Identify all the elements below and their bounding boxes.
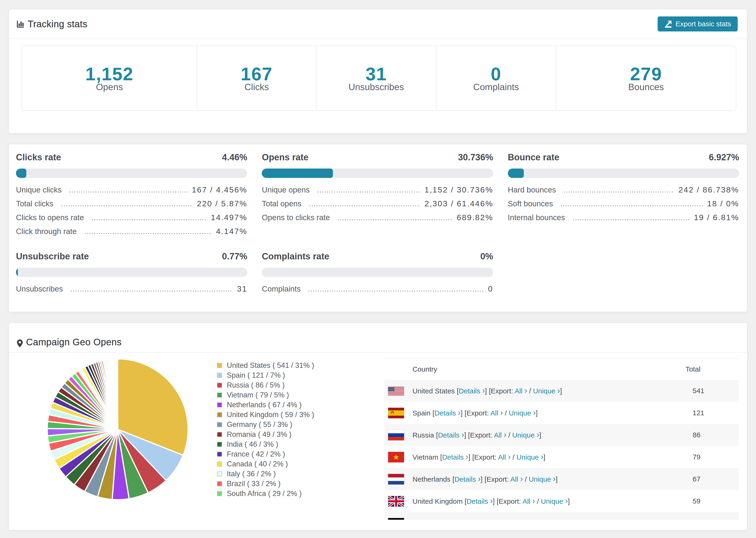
export-all-link[interactable]: All › <box>501 519 514 520</box>
export-unique-link[interactable]: Unique › <box>509 409 536 417</box>
dotted-leader <box>309 195 420 209</box>
stats-row: 1,152Opens167Clicks31Unsubscribes0Compla… <box>22 45 736 111</box>
rate-section-bounce-rate: Bounce rate6.927%Hard bounces242 / 86.73… <box>508 152 739 237</box>
stat-cell-complaints: 0Complaints <box>436 46 557 111</box>
export-unique-link[interactable]: Unique › <box>512 431 539 439</box>
country-cell: Vietnam [Details ›] [Export: All › / Uni… <box>412 446 685 468</box>
rate-row-label: Total clicks <box>16 199 54 209</box>
details-label: Details <box>434 409 456 417</box>
country-cell: United Kingdom [Details ›] [Export: All … <box>412 490 685 512</box>
export-all-link[interactable]: All › <box>490 409 503 417</box>
flag-cell <box>384 424 412 446</box>
chevron-right-icon: › <box>461 430 464 439</box>
rate-title: Bounce rate <box>508 152 560 162</box>
stat-label: Clicks <box>244 82 269 92</box>
export-basic-stats-button[interactable]: Export basic stats <box>658 17 738 31</box>
export-all-link[interactable]: All › <box>494 431 507 439</box>
export-unique-link[interactable]: Unique › <box>533 387 560 395</box>
rate-row-value: 220 / 5.87% <box>197 199 247 209</box>
legend-label: Vietnam ( 79 / 5% ) <box>227 391 289 399</box>
export-all-link[interactable]: All › <box>522 497 535 505</box>
rate-row-label: Hard bounces <box>508 186 556 195</box>
export-all-link[interactable]: All › <box>498 453 511 461</box>
rate-title: Clicks rate <box>16 152 61 162</box>
chevron-right-icon: › <box>465 453 468 461</box>
flag-cell <box>384 446 412 468</box>
export-label: Export: <box>486 475 509 483</box>
rate-row: Total clicks220 / 5.87% <box>16 195 247 209</box>
all-label: All <box>490 409 498 417</box>
chevron-right-icon: › <box>508 453 511 461</box>
geo-chart-area: United States ( 541 / 31% )Spain ( 121 /… <box>22 358 384 520</box>
legend-label: Russia ( 86 / 5% ) <box>227 381 285 389</box>
unique-label: Unique <box>533 387 555 395</box>
legend-item: Vietnam ( 79 / 5% ) <box>217 390 314 400</box>
all-label: All <box>494 431 502 439</box>
export-icon <box>664 20 672 28</box>
stat-cell-unsubscribes: 31Unsubscribes <box>316 46 436 111</box>
stat-value: 31 <box>365 65 387 83</box>
export-all-link[interactable]: All › <box>514 387 527 395</box>
export-unique-link[interactable]: Unique › <box>541 497 568 505</box>
legend-swatch <box>217 373 222 378</box>
legend-item: Netherlands ( 67 / 4% ) <box>217 400 314 410</box>
legend-label: Spain ( 121 / 7% ) <box>227 371 285 380</box>
nl-flag-icon <box>388 474 404 484</box>
country-name: Russia <box>412 431 434 439</box>
geo-table-row-nl: Netherlands [Details ›] [Export: All › /… <box>384 468 739 490</box>
export-all-link[interactable]: All › <box>511 475 523 483</box>
rate-progress-fill <box>508 169 524 178</box>
chevron-right-icon: › <box>511 519 514 520</box>
geo-table-row-us: United States [Details ›] [Export: All ›… <box>384 380 739 402</box>
total-cell: 55 <box>685 512 739 520</box>
country-name: Vietnam <box>412 453 438 461</box>
details-link[interactable]: Details › <box>459 387 485 395</box>
rate-title: Opens rate <box>262 152 308 162</box>
rate-row-value: 689.82% <box>457 213 493 223</box>
rates-card: Clicks rate4.46%Unique clicks167 / 4.456… <box>9 144 747 312</box>
dotted-leader <box>564 182 674 195</box>
export-label: Export: <box>477 519 500 520</box>
geo-table-row-ru: Russia [Details ›] [Export: All › / Uniq… <box>384 424 739 446</box>
rate-section-unsubscribe-rate: Unsubscribe rate0.77%Unsubscribes31 <box>16 251 247 295</box>
pie-slice <box>117 359 118 429</box>
export-unique-link[interactable]: Unique › <box>529 475 556 483</box>
rate-row-label: Complaints <box>262 285 300 295</box>
total-column-header: Total <box>685 359 739 380</box>
dotted-leader <box>561 195 703 209</box>
chevron-right-icon: › <box>458 408 460 417</box>
rate-row-value: 0 <box>488 285 493 295</box>
all-label: All <box>522 497 530 505</box>
details-link[interactable]: Details › <box>466 497 493 505</box>
export-unique-link[interactable]: Unique › <box>520 519 547 520</box>
details-link[interactable]: Details › <box>454 475 481 483</box>
rate-section-opens-rate: Opens rate30.736%Unique opens1,152 / 30.… <box>262 152 493 237</box>
export-label: Export: <box>470 431 492 439</box>
details-link[interactable]: Details › <box>438 431 464 439</box>
geo-table: Country Total United States [Details ›] … <box>384 359 739 520</box>
legend-swatch <box>217 393 222 398</box>
country-column-header: Country <box>412 359 685 380</box>
legend-swatch <box>217 412 222 417</box>
legend-swatch <box>217 491 222 496</box>
rate-progress-bar <box>262 169 493 178</box>
legend-label: Netherlands ( 67 / 4% ) <box>227 401 302 409</box>
details-link[interactable]: Details › <box>445 519 472 520</box>
legend-item: South Africa ( 29 / 2% ) <box>217 489 314 499</box>
export-unique-link[interactable]: Unique › <box>516 453 544 461</box>
details-link[interactable]: Details › <box>434 409 460 417</box>
details-link[interactable]: Details › <box>442 453 468 461</box>
chevron-right-icon: › <box>520 475 523 483</box>
legend-swatch <box>217 471 222 476</box>
country-cell: Russia [Details ›] [Export: All › / Uniq… <box>412 424 685 446</box>
total-cell: 79 <box>685 446 739 468</box>
stat-cell-opens: 1,152Opens <box>22 46 197 111</box>
rate-row-label: Clicks to opens rate <box>16 213 84 223</box>
rate-value: 6.927% <box>709 152 739 162</box>
geo-table-wrap: Country Total United States [Details ›] … <box>384 358 739 520</box>
chevron-right-icon: › <box>482 386 485 395</box>
details-label: Details <box>459 387 480 395</box>
dotted-leader <box>85 223 212 237</box>
total-cell: 67 <box>685 468 739 490</box>
rate-row-value: 1,152 / 30.736% <box>424 186 493 195</box>
